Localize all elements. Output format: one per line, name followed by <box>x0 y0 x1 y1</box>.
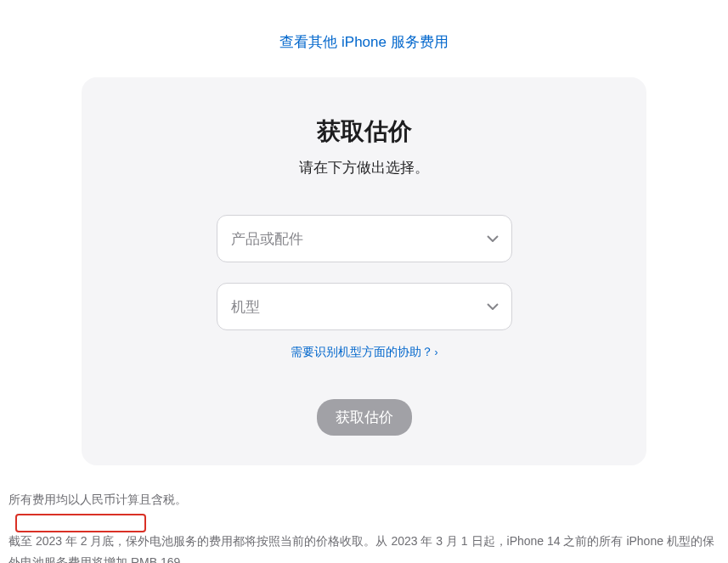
card-title: 获取估价 <box>116 115 612 148</box>
top-link-container: 查看其他 iPhone 服务费用 <box>0 0 728 77</box>
chevron-right-icon: › <box>435 346 438 358</box>
help-link-container: 需要识别机型方面的协助？› <box>116 344 612 360</box>
identify-model-help-link[interactable]: 需要识别机型方面的协助？› <box>291 345 438 358</box>
model-select[interactable]: 机型 <box>217 283 512 330</box>
product-select-wrap: 产品或配件 <box>217 215 512 262</box>
footnote-currency-tax: 所有费用均以人民币计算且含税。 <box>8 489 720 510</box>
model-select-wrap: 机型 <box>217 283 512 330</box>
card-subtitle: 请在下方做出选择。 <box>116 158 612 177</box>
get-estimate-button[interactable]: 获取估价 <box>317 399 412 436</box>
footnotes: 所有费用均以人民币计算且含税。 截至 2023 年 2 月底，保外电池服务的费用… <box>0 465 728 563</box>
footnote-price-increase: 截至 2023 年 2 月底，保外电池服务的费用都将按照当前的价格收取。从 20… <box>8 531 720 563</box>
view-other-services-link[interactable]: 查看其他 iPhone 服务费用 <box>279 34 448 50</box>
estimate-card: 获取估价 请在下方做出选择。 产品或配件 机型 需要识别机型方面的协助？› 获取… <box>82 77 646 465</box>
help-link-label: 需要识别机型方面的协助？ <box>291 345 433 358</box>
product-select[interactable]: 产品或配件 <box>217 215 512 262</box>
